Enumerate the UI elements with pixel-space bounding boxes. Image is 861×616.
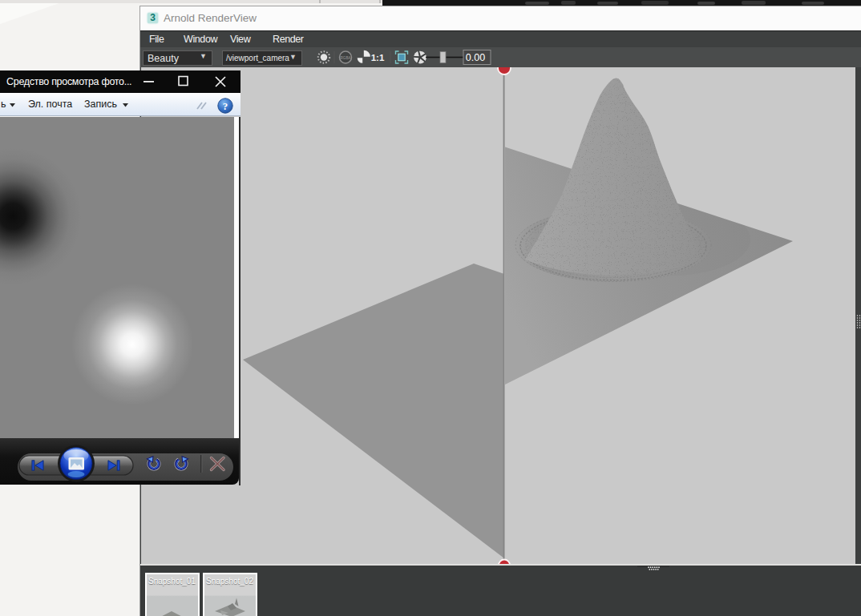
svg-text:1:1: 1:1: [371, 53, 385, 62]
svg-text:0.00: 0.00: [466, 52, 485, 63]
svg-text:RGBA: RGBA: [340, 56, 351, 60]
svg-text:?: ?: [223, 100, 228, 112]
